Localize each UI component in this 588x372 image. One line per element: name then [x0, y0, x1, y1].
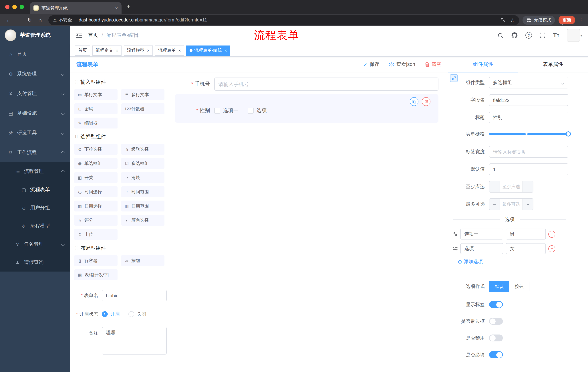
- palette-item[interactable]: ⊸滑块: [121, 172, 165, 183]
- copy-component-button[interactable]: [410, 97, 419, 106]
- fullscreen-icon[interactable]: [540, 32, 546, 38]
- add-option-button[interactable]: ⊕ 添加选项: [458, 258, 483, 265]
- sidebar-item-home[interactable]: ⌂首页: [0, 44, 70, 64]
- update-button[interactable]: 更新: [558, 16, 575, 24]
- palette-item[interactable]: ▱按钮: [121, 255, 165, 266]
- style-default-button[interactable]: 默认: [489, 281, 509, 292]
- password-key-icon[interactable]: [501, 18, 505, 22]
- style-button-button[interactable]: 按钮: [509, 281, 529, 292]
- window-minimize-button[interactable]: [12, 5, 17, 9]
- sidebar-item-process-model[interactable]: ✈流程模型: [0, 217, 70, 235]
- drag-handle-icon[interactable]: [453, 246, 458, 251]
- title-input[interactable]: [489, 112, 568, 123]
- option-value-input[interactable]: [506, 229, 546, 240]
- palette-item[interactable]: ✎编辑器: [74, 117, 117, 128]
- component-type-select[interactable]: 多选框组: [489, 77, 568, 88]
- tag-close-icon[interactable]: ×: [116, 48, 118, 53]
- palette-item[interactable]: ▭单行文本: [74, 89, 117, 100]
- search-icon[interactable]: [497, 32, 504, 38]
- sidebar-item-infrastructure[interactable]: ▤基础设施: [0, 103, 70, 123]
- palette-item[interactable]: ⊡密码: [74, 103, 117, 114]
- required-switch[interactable]: [489, 351, 503, 358]
- sidebar-collapse-button[interactable]: [76, 32, 82, 38]
- reload-button[interactable]: ↻: [25, 15, 35, 25]
- min-decrease-button[interactable]: −: [489, 181, 500, 192]
- sidebar-logo[interactable]: 芋道管理系统: [0, 26, 70, 44]
- bookmark-star-icon[interactable]: ☆: [510, 17, 514, 23]
- disabled-switch[interactable]: [489, 335, 503, 341]
- phone-field[interactable]: 手机号: [175, 77, 439, 91]
- sidebar-item-payment-management[interactable]: ¥支付管理: [0, 84, 70, 103]
- tag-home[interactable]: 首页: [75, 45, 90, 55]
- address-bar[interactable]: ⚠ 不安全 dashboard.yudao.iocoder.cn/bpm/man…: [48, 15, 519, 25]
- palette-item[interactable]: ⋔级联选择: [121, 144, 165, 155]
- palette-item[interactable]: ↥上传: [74, 229, 117, 240]
- sidebar-item-leave-query[interactable]: ♟请假查询: [0, 253, 70, 272]
- option2-checkbox[interactable]: [248, 108, 254, 114]
- palette-item[interactable]: ⊙下拉选择: [74, 144, 117, 155]
- slider-handle[interactable]: [566, 131, 571, 137]
- palette-item[interactable]: ◔时间范围: [121, 186, 165, 197]
- sidebar-item-system-management[interactable]: ⚙系统管理: [0, 64, 70, 84]
- tab-form-props[interactable]: 表单属性: [518, 57, 588, 72]
- option-label-input[interactable]: [460, 229, 503, 240]
- delete-component-button[interactable]: [422, 97, 430, 106]
- palette-item[interactable]: ◧开关: [74, 172, 117, 183]
- palette-item[interactable]: ▥日期范围: [121, 201, 165, 212]
- tag-process-form-edit[interactable]: 流程表单-编辑×: [186, 45, 230, 55]
- font-size-icon[interactable]: TT: [553, 32, 559, 39]
- user-avatar[interactable]: ▾: [567, 29, 582, 42]
- palette-item[interactable]: ◉单选框组: [74, 158, 117, 169]
- home-button[interactable]: ⌂: [35, 15, 45, 25]
- max-increase-button[interactable]: +: [523, 199, 533, 210]
- label-width-input[interactable]: [489, 146, 568, 158]
- tag-process-form[interactable]: 流程表单×: [155, 45, 184, 55]
- back-button[interactable]: ←: [4, 15, 13, 25]
- tab-close-icon[interactable]: ×: [115, 5, 118, 11]
- phone-input[interactable]: [214, 77, 439, 91]
- status-on-label[interactable]: 开启: [110, 311, 120, 317]
- palette-item[interactable]: ☆评分: [74, 215, 117, 226]
- form-name-input[interactable]: [102, 290, 167, 301]
- help-icon[interactable]: ?: [525, 32, 532, 39]
- option-value-input[interactable]: [506, 243, 546, 254]
- field-name-input[interactable]: [489, 94, 568, 106]
- new-tab-button[interactable]: +: [127, 3, 130, 11]
- sidebar-item-workflow[interactable]: ⧉工作流程: [0, 143, 70, 162]
- option1-label[interactable]: 选项一: [223, 107, 238, 114]
- border-switch[interactable]: [489, 318, 503, 325]
- status-off-label[interactable]: 关闭: [137, 311, 146, 317]
- tag-process-model[interactable]: 流程模型×: [124, 45, 153, 55]
- toolbar-caret-icon[interactable]: ▾: [562, 22, 563, 26]
- remove-option-button[interactable]: −: [548, 245, 555, 252]
- menu-kebab-icon[interactable]: ⋮: [578, 17, 584, 23]
- max-decrease-button[interactable]: −: [489, 199, 500, 210]
- sidebar-item-user-group[interactable]: ☺用户分组: [0, 199, 70, 217]
- option2-label[interactable]: 选项二: [257, 107, 272, 114]
- sidebar-item-dev-tools[interactable]: ⚒研发工具: [0, 123, 70, 143]
- tag-close-icon[interactable]: ×: [178, 48, 181, 53]
- gender-field-selected[interactable]: 性别 选项一 选项二: [175, 94, 439, 123]
- window-close-button[interactable]: [5, 5, 10, 9]
- github-icon[interactable]: [511, 32, 518, 39]
- status-on-radio[interactable]: [102, 311, 108, 317]
- min-increase-button[interactable]: +: [523, 181, 533, 192]
- remove-option-button[interactable]: −: [548, 231, 555, 237]
- max-select-input[interactable]: [500, 199, 523, 210]
- palette-item[interactable]: ▦日期选择: [74, 201, 117, 212]
- view-json-button[interactable]: 查看json: [388, 61, 415, 68]
- palette-item[interactable]: ▯行容器: [74, 255, 117, 266]
- option1-checkbox[interactable]: [214, 108, 220, 114]
- forward-button[interactable]: →: [14, 15, 24, 25]
- clear-button[interactable]: 清空: [425, 61, 441, 68]
- sidebar-item-process-form[interactable]: ▢流程表单: [0, 181, 70, 199]
- min-select-input[interactable]: [500, 181, 523, 192]
- breadcrumb-home[interactable]: 首页: [88, 32, 98, 39]
- status-off-radio[interactable]: [128, 311, 134, 317]
- default-value-input[interactable]: [489, 163, 568, 175]
- link-button[interactable]: [450, 74, 458, 82]
- browser-tab[interactable]: 芋道管理系统 ×: [30, 2, 122, 14]
- show-label-switch[interactable]: [489, 301, 503, 308]
- remark-textarea[interactable]: 嘿嘿: [102, 327, 167, 354]
- drag-handle-icon[interactable]: [453, 232, 458, 236]
